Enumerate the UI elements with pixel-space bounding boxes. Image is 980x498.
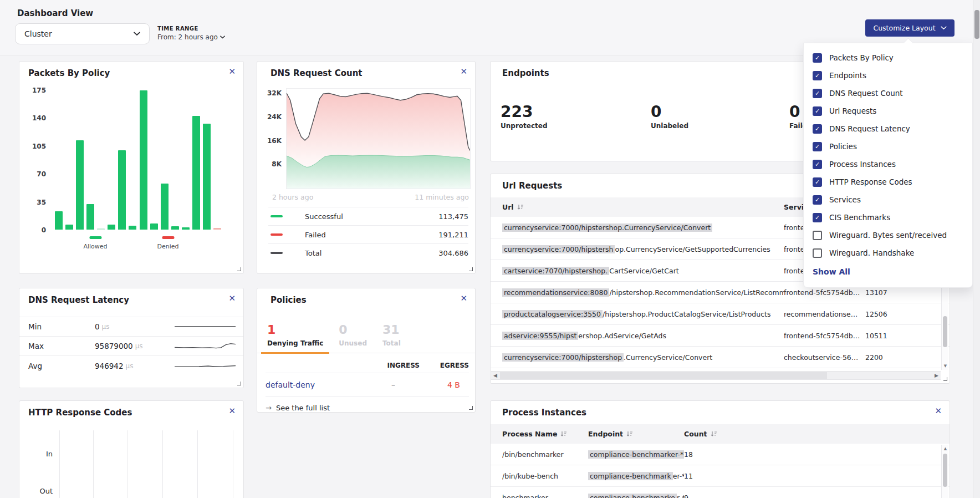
column-header-process-name[interactable]: Process Name: [502, 430, 588, 438]
dropdown-item-label: Policies: [829, 142, 857, 151]
dropdown-item[interactable]: Wireguard. Handshake: [813, 244, 967, 262]
table-row[interactable]: /bin/benchmarkercompliance-benchmarker-*…: [491, 444, 950, 465]
dropdown-item[interactable]: ✓Packets By Policy: [813, 49, 967, 67]
see-full-list-label: See the full list: [276, 404, 330, 412]
policy-link[interactable]: default-deny: [266, 380, 367, 389]
scroll-right-icon[interactable]: ▶: [935, 373, 938, 378]
dropdown-item[interactable]: ✓Services: [813, 191, 967, 209]
see-full-list-link[interactable]: → See the full list: [266, 397, 469, 412]
close-icon[interactable]: ✕: [460, 294, 467, 303]
scroll-left-icon[interactable]: ◀: [493, 373, 497, 378]
close-icon[interactable]: ✕: [228, 294, 236, 303]
column-header-endpoint[interactable]: Endpoint: [588, 430, 684, 438]
resize-handle-icon[interactable]: [469, 267, 473, 271]
dropdown-item[interactable]: ✓Process Instances: [813, 155, 967, 173]
legend-value: 304,686: [438, 249, 468, 257]
y-axis-tick: 70: [37, 170, 46, 178]
close-icon[interactable]: ✕: [228, 407, 236, 415]
checkbox-checked-icon[interactable]: ✓: [813, 213, 822, 222]
checkbox-unchecked-icon[interactable]: [813, 248, 822, 258]
legend-row: Total304,686: [268, 243, 468, 262]
table-row[interactable]: currencyservice:7000/hipstershop.Currenc…: [491, 347, 950, 368]
dropdown-item[interactable]: ✓CIS Benchmarks: [813, 209, 967, 226]
scrollbar-thumb[interactable]: [943, 454, 947, 487]
table-row[interactable]: /bin/kube-benchcompliance-benchmarker-*1…: [491, 465, 950, 487]
resize-handle-icon[interactable]: [469, 406, 473, 410]
close-icon[interactable]: ✕: [460, 68, 467, 76]
dropdown-item-label: HTTP Response Codes: [829, 177, 912, 186]
x-axis-label-left: 2 hours ago: [272, 193, 313, 201]
resize-handle-icon[interactable]: [237, 382, 241, 385]
close-icon[interactable]: ✕: [935, 407, 942, 415]
tab-value: 0: [339, 323, 367, 337]
view-selector[interactable]: Cluster: [15, 23, 150, 44]
time-range: TIME RANGE From: 2 hours ago: [157, 26, 225, 41]
bar: [65, 225, 73, 230]
resize-handle-icon[interactable]: [943, 377, 947, 381]
heatmap-grid: [19, 430, 243, 498]
table-row[interactable]: default-deny – 4 B: [266, 373, 469, 397]
table-row[interactable]: productcatalogservice:3550/hipstershop.P…: [491, 303, 950, 325]
close-icon[interactable]: ✕: [228, 68, 236, 76]
checkbox-checked-icon[interactable]: ✓: [813, 89, 822, 98]
dropdown-item[interactable]: ✓DNS Request Count: [813, 84, 967, 102]
gridline: [162, 430, 163, 498]
count-cell: 18: [684, 450, 950, 459]
endpoint-highlight: compliance-benchmark: [588, 472, 673, 480]
policies-tab-unused[interactable]: 0Unused: [333, 323, 373, 353]
sparkline: [175, 339, 236, 353]
vertical-scrollbar[interactable]: ▲: [941, 445, 948, 498]
bar: [192, 116, 200, 230]
scrollbar-thumb[interactable]: [943, 316, 947, 347]
count-cell: 10511: [865, 332, 950, 340]
customize-layout-button[interactable]: Customize Layout: [865, 19, 955, 37]
scrollbar-thumb[interactable]: [500, 372, 827, 379]
chevron-down-icon: [220, 35, 225, 39]
dropdown-item-label: Services: [829, 195, 861, 204]
service-cell: checkoutservice-56…: [784, 353, 865, 362]
table-row[interactable]: adservice:9555/hipstershop.AdService/Get…: [491, 325, 950, 347]
checkbox-checked-icon[interactable]: ✓: [813, 71, 822, 80]
scrollbar-thumb[interactable]: [974, 10, 979, 39]
count-cell: 12506: [865, 310, 950, 318]
x-axis-category: Allowed: [83, 236, 107, 250]
time-range-from-dropdown[interactable]: From: 2 hours ago: [157, 33, 225, 41]
policies-tab-denying-traffic[interactable]: 1Denying Traffic: [261, 323, 329, 354]
checkbox-unchecked-icon[interactable]: [813, 231, 822, 240]
x-axis-label-right: 11 minutes ago: [415, 193, 469, 201]
dropdown-item[interactable]: ✓Url Requests: [813, 102, 967, 120]
bar: [161, 184, 169, 230]
gridline: [127, 430, 128, 498]
scroll-up-icon[interactable]: ▲: [942, 446, 949, 451]
dropdown-item[interactable]: ✓DNS Request Latency: [813, 120, 967, 138]
dropdown-item[interactable]: ✓HTTP Response Codes: [813, 173, 967, 191]
y-axis-tick: 8K: [257, 160, 282, 168]
dropdown-item[interactable]: ✓Policies: [813, 138, 967, 155]
scroll-down-icon[interactable]: ▼: [942, 364, 949, 368]
column-header-url[interactable]: Url: [502, 203, 784, 211]
category-marker: [162, 236, 174, 239]
checkbox-checked-icon[interactable]: ✓: [813, 53, 822, 63]
bar: [129, 226, 136, 230]
page-scrollbar[interactable]: [973, 0, 980, 498]
checkbox-checked-icon[interactable]: ✓: [813, 142, 822, 151]
checkbox-checked-icon[interactable]: ✓: [813, 195, 822, 205]
column-header-count[interactable]: Count: [684, 430, 950, 438]
dropdown-item[interactable]: Wireguard. Bytes sent/received: [813, 226, 967, 244]
table-row[interactable]: benchmarkercompliance-benchmarker-*9: [491, 487, 950, 498]
y-axis-tick: 175: [32, 87, 46, 94]
bar: [213, 228, 221, 230]
checkbox-checked-icon[interactable]: ✓: [813, 124, 822, 134]
checkbox-checked-icon[interactable]: ✓: [813, 177, 822, 187]
process-name-cell: benchmarker: [502, 494, 588, 498]
bar: [150, 223, 158, 230]
checkbox-checked-icon[interactable]: ✓: [813, 106, 822, 116]
policies-tab-total[interactable]: 31Total: [376, 323, 407, 353]
dropdown-item-label: CIS Benchmarks: [829, 213, 890, 222]
resize-handle-icon[interactable]: [237, 267, 241, 271]
show-all-link[interactable]: Show All: [813, 267, 850, 276]
dropdown-item[interactable]: ✓Endpoints: [813, 67, 967, 84]
checkbox-checked-icon[interactable]: ✓: [813, 160, 822, 169]
horizontal-scrollbar[interactable]: ◀ ▶: [491, 371, 941, 380]
url-cell: recommendationservice:8080/hipstershop.R…: [502, 288, 784, 297]
